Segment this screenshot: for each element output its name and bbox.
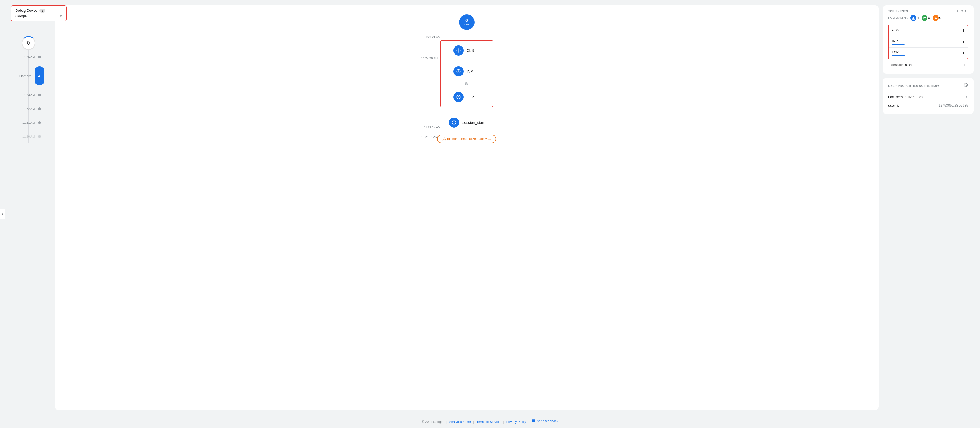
- history-icon[interactable]: [963, 82, 968, 89]
- top-events-panel: TOP EVENTS 4 TOTAL LAST 30 MINS 4 0: [883, 5, 974, 74]
- right-panels-container: TOP EVENTS 4 TOTAL LAST 30 MINS 4 0: [883, 5, 974, 410]
- timeline-item-1125: 11:25 AM: [16, 50, 41, 64]
- session-start-label: session_start: [462, 120, 484, 125]
- svg-rect-3: [449, 139, 450, 141]
- cls-inp-connector: [466, 61, 467, 65]
- prop-npads-value: 0: [966, 95, 968, 99]
- debug-device-title: Debug Device: [16, 8, 37, 13]
- lcp-event-icon: [453, 92, 464, 102]
- timestamp-1124-11: 11:24:11 AM: [422, 135, 438, 138]
- user-properties-panel: USER PROPERTIES ACTIVE NOW non_personali…: [883, 78, 974, 114]
- inp-event-row[interactable]: INP: [453, 66, 480, 77]
- inp-event-icon: [453, 66, 464, 77]
- collapse-sidebar-button[interactable]: >: [0, 209, 5, 219]
- top-event-cls[interactable]: CLS 1: [889, 25, 968, 36]
- svg-rect-1: [449, 137, 450, 139]
- footer-sep-4: |: [529, 420, 530, 424]
- footer: © 2024 Google | Analytics home | Terms o…: [0, 415, 980, 428]
- inp-gap-connector: [466, 77, 467, 80]
- feedback-icon: [532, 419, 536, 423]
- flow-connector-3: [466, 128, 467, 133]
- flow-connector-1: [466, 30, 467, 37]
- time-label-1124: 11:24 AM: [13, 74, 32, 77]
- privacy-policy-link[interactable]: Privacy Policy: [506, 420, 526, 424]
- timestamp-1124-12: 11:24:12 AM: [424, 126, 441, 129]
- timeline-item-1124-active[interactable]: 11:24 AM 4: [13, 64, 44, 88]
- lcp-event-name: LCP: [467, 95, 480, 99]
- top-events-title: TOP EVENTS: [888, 10, 908, 13]
- lcp-event-row[interactable]: LCP: [453, 92, 480, 102]
- new-badge-label: new: [464, 23, 469, 26]
- svg-rect-2: [447, 139, 449, 141]
- npads-chip[interactable]: non_personalized_ads = ...: [437, 135, 496, 143]
- debug-device-panel: Debug Device 1 Google ▾: [11, 5, 67, 21]
- top-events-list: CLS 1 INP 1 LCP: [888, 25, 968, 59]
- session-start-list-item[interactable]: session_start 1: [888, 60, 968, 69]
- prop-row-userid[interactable]: user_id 1275305...3802935: [888, 101, 968, 110]
- top-event-inp[interactable]: INP 1: [889, 36, 968, 48]
- new-badge-count: 0: [465, 18, 468, 23]
- green-count-label: 0: [928, 16, 930, 20]
- timeline-dot-1125: [38, 56, 41, 58]
- time-label-1123: 11:23 AM: [16, 93, 35, 96]
- timeline-item-1120: 11:20 AM: [16, 129, 41, 144]
- timeline-item-1121: 11:21 AM: [16, 116, 41, 129]
- session-start-icon: [449, 118, 459, 128]
- session-start-list-count: 1: [963, 63, 965, 67]
- gap-label: 8s: [465, 82, 468, 86]
- cls-event-name: CLS: [467, 48, 480, 53]
- footer-sep-3: |: [503, 420, 504, 424]
- timeline-dot-1120: [38, 135, 41, 138]
- timeline-active-group[interactable]: 4: [35, 66, 44, 86]
- last-30-label: LAST 30 MINS: [888, 16, 908, 19]
- time-label-1120: 11:20 AM: [16, 135, 35, 138]
- timeline-item-1123: 11:23 AM: [16, 88, 41, 102]
- cls-event-icon: [453, 45, 464, 56]
- timeline-item-1122: 11:22 AM: [16, 102, 41, 116]
- timeline-dot-1122: [38, 107, 41, 110]
- npads-label: non_personalized_ads = ...: [452, 137, 491, 141]
- prop-row-npads[interactable]: non_personalized_ads 0: [888, 93, 968, 101]
- left-timeline-panel: 0 11:25 AM 11:24 AM 4 11:23 AM: [6, 5, 51, 410]
- cls-event-row[interactable]: CLS: [453, 45, 480, 56]
- blue-user-count: 4: [910, 15, 919, 21]
- time-label-1122: 11:22 AM: [16, 107, 35, 110]
- top-events-total: 4 TOTAL: [957, 10, 968, 13]
- cls-underline: [892, 33, 905, 34]
- center-event-panel: 0 new 11:24:21 AM CLS: [55, 5, 878, 410]
- timestamp-1124-21: 11:24:21 AM: [424, 35, 441, 38]
- send-feedback-btn[interactable]: Send feedback: [532, 419, 558, 423]
- svg-rect-0: [447, 137, 449, 139]
- terms-of-service-link[interactable]: Terms of Service: [477, 420, 500, 424]
- timeline-dot-1121: [38, 121, 41, 124]
- send-feedback-label: Send feedback: [537, 419, 558, 423]
- events-bordered-box: CLS 11:24:20 AM INP 8s: [440, 40, 493, 107]
- timeline-zero-circle: 0: [22, 36, 35, 50]
- time-label-1121: 11:21 AM: [16, 121, 35, 124]
- session-start-row[interactable]: session_start: [449, 118, 484, 128]
- debug-device-count-badge: 1: [40, 9, 45, 13]
- top-event-inp-count: 1: [963, 40, 964, 44]
- timestamp-1124-20-inner: 11:24:20 AM: [422, 57, 438, 60]
- blue-count-label: 4: [917, 16, 919, 20]
- footer-sep-2: |: [473, 420, 474, 424]
- prop-npads-name: non_personalized_ads: [888, 95, 923, 99]
- footer-sep-1: |: [446, 420, 447, 424]
- prop-userid-value: 1275305...3802935: [939, 104, 968, 107]
- debug-device-select[interactable]: Google ▾: [16, 14, 62, 18]
- orange-gift-count: 0: [933, 15, 941, 21]
- npads-icon: [442, 137, 450, 141]
- prop-userid-name: user_id: [888, 104, 900, 107]
- orange-count-label: 0: [939, 16, 941, 20]
- chevron-right-icon: >: [2, 212, 3, 216]
- flow-connector-2: [466, 110, 467, 118]
- user-props-title: USER PROPERTIES ACTIVE NOW: [888, 84, 939, 87]
- new-event-badge[interactable]: 0 new: [459, 14, 474, 30]
- analytics-home-link[interactable]: Analytics home: [449, 420, 471, 424]
- top-event-lcp[interactable]: LCP 1: [889, 48, 968, 59]
- footer-copyright: © 2024 Google: [422, 420, 444, 424]
- top-event-cls-count: 1: [963, 29, 964, 33]
- green-flag-count: 0: [921, 15, 930, 21]
- gap-lcp-connector: [466, 88, 467, 90]
- chevron-down-icon: ▾: [60, 14, 62, 18]
